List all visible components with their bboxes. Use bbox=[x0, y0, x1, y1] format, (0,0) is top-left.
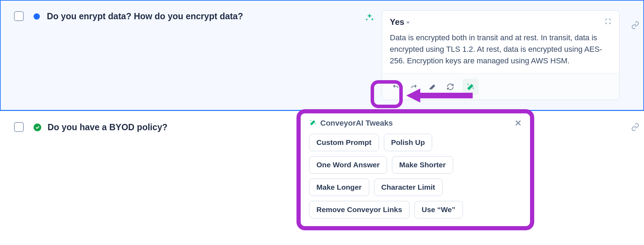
close-button[interactable]: ✕ bbox=[515, 118, 522, 128]
refresh-icon bbox=[446, 83, 454, 91]
answer-header: Yes bbox=[382, 11, 619, 30]
row-right-rail bbox=[627, 121, 644, 133]
check-icon bbox=[35, 125, 40, 130]
regenerate-button[interactable] bbox=[444, 81, 456, 93]
chevron-down-icon bbox=[406, 22, 410, 24]
expand-icon[interactable] bbox=[604, 18, 611, 26]
ai-tweaks-popover: ConveyorAI Tweaks ✕ Custom Prompt Polish… bbox=[296, 109, 534, 230]
tweak-option-polish-up[interactable]: Polish Up bbox=[384, 134, 432, 151]
copy-link-button[interactable] bbox=[631, 123, 639, 133]
row-checkbox[interactable] bbox=[14, 122, 24, 132]
close-icon: ✕ bbox=[515, 118, 522, 128]
redo-icon bbox=[410, 83, 418, 91]
erase-button[interactable] bbox=[426, 81, 438, 93]
tweak-option-one-word-answer[interactable]: One Word Answer bbox=[309, 156, 387, 174]
tweaks-header: ConveyorAI Tweaks ✕ bbox=[309, 118, 522, 132]
tweaks-options: Custom Prompt Polish Up One Word Answer … bbox=[309, 132, 505, 218]
eraser-icon bbox=[428, 83, 436, 91]
ai-sparkle-area bbox=[361, 10, 378, 24]
sparkles-icon bbox=[365, 13, 374, 24]
undo-icon bbox=[392, 83, 400, 91]
tweak-option-remove-conveyor-links[interactable]: Remove Conveyor Links bbox=[309, 201, 409, 218]
question-text: Do you enrypt data? How do you encrypt d… bbox=[47, 10, 361, 21]
undo-button[interactable] bbox=[390, 81, 402, 93]
answer-value-dropdown[interactable]: Yes bbox=[390, 17, 410, 27]
tweak-option-make-longer[interactable]: Make Longer bbox=[309, 178, 369, 196]
tweak-option-custom-prompt[interactable]: Custom Prompt bbox=[309, 134, 379, 151]
tweak-option-character-limit[interactable]: Character Limit bbox=[374, 178, 443, 196]
tweak-option-make-shorter[interactable]: Make Shorter bbox=[392, 156, 453, 174]
row-checkbox[interactable] bbox=[14, 11, 24, 21]
question-row: Do you enrypt data? How do you encrypt d… bbox=[0, 0, 644, 111]
redo-button[interactable] bbox=[408, 81, 420, 93]
status-indicator-complete bbox=[34, 124, 41, 131]
answer-body-text[interactable]: Data is encrypted both in transit and at… bbox=[382, 30, 619, 74]
tweak-option-use-we[interactable]: Use “We” bbox=[414, 201, 463, 218]
magic-wand-icon bbox=[466, 82, 475, 91]
copy-link-button[interactable] bbox=[631, 21, 639, 31]
row-right-rail bbox=[627, 10, 644, 31]
tweaks-title: ConveyorAI Tweaks bbox=[320, 119, 393, 128]
answer-value-label: Yes bbox=[390, 17, 404, 27]
link-icon bbox=[631, 123, 639, 131]
link-icon bbox=[631, 21, 639, 29]
magic-wand-icon bbox=[309, 119, 317, 128]
ai-tweaks-button[interactable] bbox=[463, 79, 479, 95]
status-indicator-pending bbox=[34, 13, 40, 20]
answer-panel: Yes Data is encrypted both in transit an… bbox=[382, 10, 620, 100]
answer-toolbar bbox=[382, 74, 619, 100]
